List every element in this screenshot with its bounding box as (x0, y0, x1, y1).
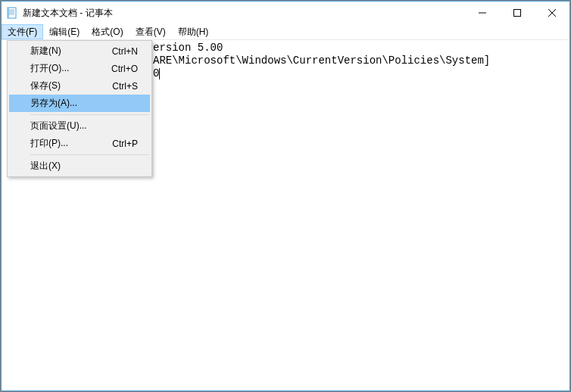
menubar: 文件(F) 编辑(E) 格式(O) 查看(V) 帮助(H) (2, 24, 569, 40)
menu-view[interactable]: 查看(V) (129, 24, 172, 39)
menu-separator (30, 114, 149, 115)
file-dropdown-menu: 新建(N) Ctrl+N 打开(O)... Ctrl+O 保存(S) Ctrl+… (7, 40, 152, 177)
minimize-button[interactable] (465, 2, 500, 24)
titlebar[interactable]: 新建文本文档 - 记事本 (2, 2, 569, 24)
minimize-icon (479, 9, 486, 17)
menu-file[interactable]: 文件(F) (2, 24, 43, 39)
svg-rect-7 (514, 10, 521, 17)
menu-item-label: 打印(P)... (30, 137, 68, 150)
menu-edit[interactable]: 编辑(E) (43, 24, 86, 39)
menu-item-accelerator: Ctrl+S (112, 81, 138, 92)
content-area: ersion 5.00 ARE\Microsoft\Windows\Curren… (2, 40, 569, 390)
menu-item-label: 打开(O)... (30, 62, 69, 75)
menu-item-exit[interactable]: 退出(X) (9, 157, 150, 175)
notepad-window: 新建文本文档 - 记事本 文件(F) 编辑(E) 格式(O) 查看(V) 帮助(… (1, 1, 570, 391)
menu-item-page-setup[interactable]: 页面设置(U)... (9, 117, 150, 135)
menu-item-print[interactable]: 打印(P)... Ctrl+P (9, 135, 150, 152)
menu-item-label: 页面设置(U)... (30, 120, 87, 132)
menu-item-label: 保存(S) (30, 79, 61, 92)
maximize-icon (513, 9, 521, 17)
svg-rect-5 (8, 8, 9, 18)
menu-separator (30, 154, 149, 155)
window-title: 新建文本文档 - 记事本 (23, 7, 465, 20)
menu-item-open[interactable]: 打开(O)... Ctrl+O (9, 60, 150, 77)
menu-item-accelerator: Ctrl+O (111, 64, 138, 74)
menu-item-label: 新建(N) (30, 45, 61, 58)
text-caret (159, 68, 160, 79)
menu-item-accelerator: Ctrl+N (112, 46, 138, 57)
window-controls (465, 2, 569, 24)
maximize-button[interactable] (500, 2, 535, 24)
menu-format[interactable]: 格式(O) (86, 24, 129, 39)
menu-help[interactable]: 帮助(H) (172, 24, 215, 39)
menu-item-save[interactable]: 保存(S) Ctrl+S (9, 77, 150, 95)
close-button[interactable] (535, 2, 569, 24)
close-icon (548, 9, 556, 17)
menu-item-label: 另存为(A)... (30, 97, 77, 110)
notepad-icon (6, 7, 18, 19)
menu-item-save-as[interactable]: 另存为(A)... (9, 95, 150, 112)
menu-item-accelerator: Ctrl+P (112, 138, 138, 149)
editor-line-3: 0 (153, 67, 159, 79)
menu-item-label: 退出(X) (30, 160, 61, 173)
menu-item-new[interactable]: 新建(N) Ctrl+N (9, 42, 150, 60)
